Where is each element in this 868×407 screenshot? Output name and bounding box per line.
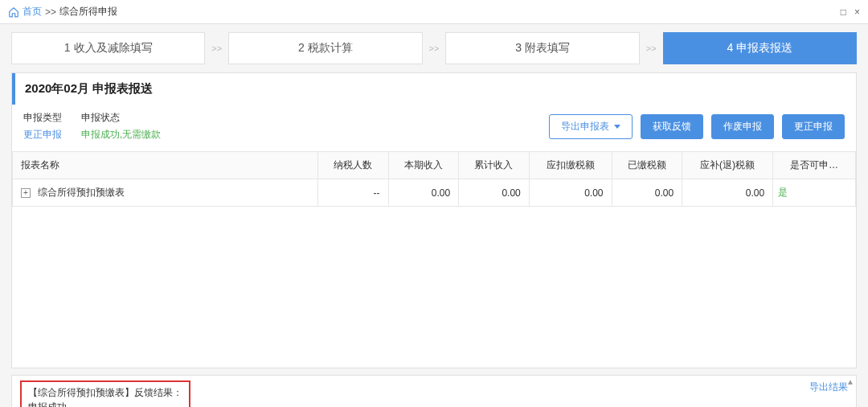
feedback-line1: 【综合所得预扣预缴表】反馈结果：: [28, 385, 182, 400]
td-taxpayers: --: [318, 179, 389, 207]
th-taxpayers[interactable]: 纳税人数: [318, 152, 389, 179]
th-refund[interactable]: 应补(退)税额: [682, 152, 773, 179]
td-paid: 0.00: [612, 179, 682, 207]
td-name: + 综合所得预扣预缴表: [13, 179, 318, 207]
panel-head: 2020年02月 申报表报送: [12, 73, 856, 105]
th-current-income[interactable]: 本期收入: [388, 152, 459, 179]
expand-icon[interactable]: +: [21, 188, 31, 198]
td-should-deduct: 0.00: [529, 179, 612, 207]
maximize-icon[interactable]: □: [841, 6, 846, 18]
meta-status-value: 申报成功,无需缴款: [81, 128, 161, 142]
export-report-label: 导出申报表: [561, 120, 609, 134]
table-row[interactable]: + 综合所得预扣预缴表 -- 0.00 0.00 0.00 0.00 0.00 …: [13, 179, 856, 207]
step-sep-1: >>: [210, 43, 223, 53]
home-icon: [8, 6, 19, 18]
step-attachments[interactable]: 3 附表填写: [445, 32, 639, 64]
feedback-bar: 【综合所得预扣预缴表】反馈结果： 申报成功。 导出结果 ▲ ▼: [11, 375, 857, 407]
correct-button[interactable]: 更正申报: [782, 114, 845, 139]
buttons-right: 导出申报表 获取反馈 作废申报 更正申报: [549, 114, 845, 139]
chevron-down-icon: [614, 125, 620, 129]
breadcrumb-current: 综合所得申报: [59, 5, 117, 18]
step-submit[interactable]: 4 申报表报送: [663, 32, 857, 64]
th-name[interactable]: 报表名称: [13, 152, 318, 179]
step-income[interactable]: 1 收入及减除填写: [11, 32, 205, 64]
meta-type-label: 申报类型: [23, 111, 62, 125]
meta-fields: 申报类型 更正申报 申报状态 申报成功,无需缴款: [23, 111, 161, 142]
td-can: 是: [773, 179, 856, 207]
step-sep-2: >>: [428, 43, 441, 53]
breadcrumb-home[interactable]: 首页: [23, 5, 42, 18]
td-current-income: 0.00: [388, 179, 459, 207]
export-report-button[interactable]: 导出申报表: [549, 114, 633, 139]
main-panel: 2020年02月 申报表报送 申报类型 更正申报 申报状态 申报成功,无需缴款 …: [11, 72, 857, 368]
th-paid[interactable]: 已缴税额: [612, 152, 682, 179]
th-cum-income[interactable]: 累计收入: [459, 152, 530, 179]
table-header-row: 报表名称 纳税人数 本期收入 累计收入 应扣缴税额 已缴税额 应补(退)税额 是…: [13, 152, 856, 179]
td-name-text: 综合所得预扣预缴表: [38, 187, 125, 198]
th-can[interactable]: 是否可申…: [773, 152, 856, 179]
export-result-link[interactable]: 导出结果: [809, 380, 848, 394]
page-title: 2020年02月 申报表报送: [25, 81, 153, 97]
breadcrumb: 首页 >> 综合所得申报: [8, 5, 117, 18]
th-should-deduct[interactable]: 应扣缴税额: [529, 152, 612, 179]
meta-status: 申报状态 申报成功,无需缴款: [81, 111, 161, 142]
top-bar: 首页 >> 综合所得申报 □ ×: [0, 0, 868, 24]
td-refund: 0.00: [682, 179, 773, 207]
feedback-line2: 申报成功。: [28, 400, 182, 407]
scroll-up-icon[interactable]: ▲: [846, 377, 854, 386]
meta-type-value[interactable]: 更正申报: [23, 128, 62, 142]
void-button[interactable]: 作废申报: [711, 114, 774, 139]
steps-row: 1 收入及减除填写 >> 2 税款计算 >> 3 附表填写 >> 4 申报表报送: [0, 24, 868, 72]
breadcrumb-sep: >>: [45, 6, 56, 18]
action-row: 申报类型 更正申报 申报状态 申报成功,无需缴款 导出申报表 获取反馈 作废申报…: [12, 105, 856, 151]
window-controls: □ ×: [841, 6, 860, 18]
report-table: 报表名称 纳税人数 本期收入 累计收入 应扣缴税额 已缴税额 应补(退)税额 是…: [12, 151, 856, 207]
close-icon[interactable]: ×: [854, 6, 860, 18]
empty-table-area: [12, 207, 856, 368]
meta-type: 申报类型 更正申报: [23, 111, 62, 142]
meta-status-label: 申报状态: [81, 111, 161, 125]
get-feedback-button[interactable]: 获取反馈: [641, 114, 703, 139]
step-sep-3: >>: [645, 43, 658, 53]
feedback-result-box: 【综合所得预扣预缴表】反馈结果： 申报成功。: [20, 380, 190, 407]
td-cum-income: 0.00: [459, 179, 530, 207]
step-tax-calc[interactable]: 2 税款计算: [228, 32, 422, 64]
